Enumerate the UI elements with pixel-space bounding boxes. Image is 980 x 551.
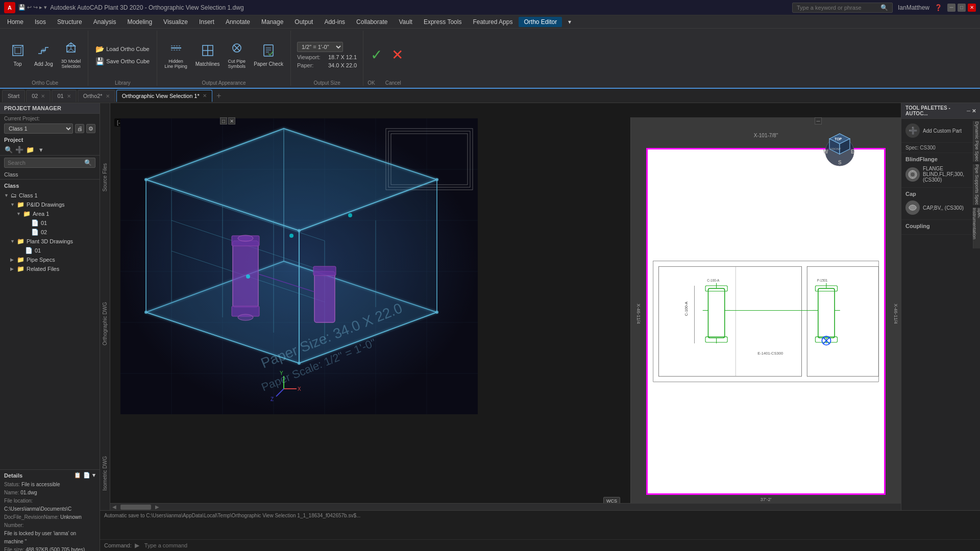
menu-featured-apps[interactable]: Featured Apps [468, 17, 518, 27]
add-jog-button[interactable]: + Add Jog [31, 41, 56, 69]
project-search-input[interactable] [8, 160, 84, 166]
close-button[interactable]: ✕ [968, 4, 976, 12]
add-custom-part-item[interactable]: ➕ Add Custom Part [905, 122, 976, 139]
scroll-left-arrow[interactable]: ◀ [110, 504, 118, 510]
cap-item[interactable]: CAP,BV,, (CS300) [905, 199, 976, 216]
add-button[interactable]: ➕ [15, 145, 24, 154]
maximize-button[interactable]: □ [958, 4, 966, 12]
svg-point-60 [144, 178, 148, 181]
matchlines-button[interactable]: Matchlines [192, 41, 223, 69]
source-files-tab[interactable]: Source Files [101, 161, 109, 194]
settings-button[interactable]: ⚙ [86, 124, 95, 133]
horizontal-scrollbar[interactable]: ◀ ▶ [110, 503, 901, 510]
hidden-line-piping-button[interactable]: HiddenLine Piping [161, 39, 190, 71]
command-input-prefix: ▶ [135, 542, 139, 549]
svg-rect-56 [313, 266, 336, 276]
details-icon2[interactable]: 📄 [83, 472, 90, 479]
ok-button[interactable]: ✓ [368, 45, 385, 64]
viewport-area[interactable]: [-][Custom View][Shaded] [110, 103, 901, 551]
palette-cap[interactable]: Cap CAP,BV,, (CS300) [901, 188, 980, 220]
folder-button[interactable]: 📁 [26, 145, 35, 154]
hidden-line-label: HiddenLine Piping [164, 59, 187, 69]
cancel-button[interactable]: ✕ [388, 45, 406, 64]
tab-ortho-view-selection[interactable]: Orthographic View Selection 1* ✕ [116, 90, 212, 102]
left-panel: PROJECT MANAGER Current Project: Class 1… [0, 103, 100, 551]
scroll-right-arrow[interactable]: ▶ [153, 504, 161, 510]
top-button[interactable]: Top [6, 41, 29, 69]
menu-annotate[interactable]: Annotate [220, 17, 255, 27]
tree-pid[interactable]: ▼ 📁 P&ID Drawings [2, 200, 97, 209]
palette-blind-flange[interactable]: BlindFlange FLANGE BLIND,FL,RF,300,(CS30… [901, 153, 980, 188]
minimize-button[interactable]: ─ [947, 4, 955, 12]
tree-area1[interactable]: ▼ 📁 Area 1 [2, 209, 97, 218]
viewport-close-button[interactable]: ✕ [228, 117, 235, 124]
menu-collaborate[interactable]: Collaborate [351, 17, 393, 27]
menu-more[interactable]: ▾ [563, 17, 576, 27]
tree-area1-02[interactable]: 📄 02 [2, 228, 97, 237]
pipe-supports-spec-tab[interactable]: Pipe Supports Spec [973, 164, 980, 205]
menu-structure[interactable]: Structure [52, 17, 87, 27]
isometric-dwg-tab[interactable]: Isometric DWG [101, 454, 109, 493]
menu-home[interactable]: Home [2, 17, 29, 27]
dynamic-pipe-spec-tab[interactable]: Dynamic Pipe Spec [973, 121, 980, 162]
tab-ortho2-close[interactable]: ✕ [106, 93, 110, 99]
menu-output[interactable]: Output [289, 17, 318, 27]
project-dropdown[interactable]: Class 1 [4, 123, 73, 134]
instrumentation-spec-tab[interactable]: Instrumentation Spec [973, 208, 980, 248]
save-ortho-cube-button[interactable]: 💾 Save Ortho Cube [92, 56, 153, 67]
tree-class1[interactable]: ▼ 🗂 Class 1 [2, 191, 97, 200]
menu-insert[interactable]: Insert [194, 17, 219, 27]
new-tab-button[interactable]: + [213, 90, 225, 102]
menu-vault[interactable]: Vault [394, 17, 417, 27]
palette-coupling[interactable]: Coupling [901, 220, 980, 235]
svg-point-64 [298, 362, 301, 365]
load-ortho-cube-button[interactable]: 📂 Load Ortho Cube [92, 43, 153, 55]
3d-model-selection-button[interactable]: 3D ModelSelection [58, 39, 84, 71]
menu-express-tools[interactable]: Express Tools [419, 17, 467, 27]
menu-ortho-editor[interactable]: Ortho Editor [519, 17, 562, 27]
menu-manage[interactable]: Manage [256, 17, 288, 27]
paper-check-button[interactable]: Paper Check [251, 41, 286, 69]
tool-palettes-minimize[interactable]: ─ [967, 108, 970, 114]
cut-pipe-symbols-button[interactable]: Cut PipeSymbols [225, 39, 249, 71]
tree-area1-01[interactable]: 📄 01 [2, 218, 97, 228]
tab-01-close[interactable]: ✕ [67, 93, 71, 99]
svg-text:FRONT: FRONT [830, 147, 841, 151]
help-icon[interactable]: ❓ [935, 4, 942, 11]
tab-start[interactable]: Start [2, 90, 25, 102]
command-input-row: Command: ▶ [100, 539, 980, 551]
tab-02[interactable]: 02 ✕ [26, 90, 51, 102]
tree-plant3d[interactable]: ▼ 📁 Plant 3D Drawings [2, 237, 97, 246]
paper-dimension-top: X-101-7/8" [754, 133, 778, 138]
tree-plant3d-01[interactable]: 📄 01 [2, 246, 97, 255]
tab-ortho-view-close[interactable]: ✕ [203, 93, 207, 98]
orthographic-dwg-tab[interactable]: Orthographic DWG [101, 300, 109, 347]
tab-ortho2[interactable]: Ortho2* ✕ [78, 90, 115, 102]
scale-select[interactable]: 1/2" = 1'-0" 1/4" = 1'-0" 1" = 1'-0" [297, 42, 343, 52]
menu-isos[interactable]: Isos [30, 17, 51, 27]
tool-palettes-close[interactable]: ✕ [972, 108, 976, 114]
tool-palettes-panel: TOOL PALETTES - AUTOC... ─ ✕ Dynamic Pip… [901, 103, 980, 551]
tree-pipe-specs[interactable]: ▶ 📁 Pipe Specs [2, 255, 97, 264]
details-icon3[interactable]: ▾ [92, 472, 95, 479]
viewport-maximize-button[interactable]: □ [220, 117, 227, 124]
flange-blind-item[interactable]: FLANGE BLIND,FL,RF,300,(CS300) [905, 164, 976, 184]
scroll-thumb-horizontal[interactable] [120, 505, 151, 510]
tab-02-close[interactable]: ✕ [41, 93, 45, 99]
print-button[interactable]: 🖨 [75, 124, 84, 133]
search-input[interactable] [797, 5, 878, 11]
details-icon1[interactable]: 📋 [74, 472, 81, 479]
more-button[interactable]: ▾ [36, 145, 45, 154]
svg-rect-20 [264, 45, 273, 56]
tree-related-files[interactable]: ▶ 📁 Related Files [2, 264, 97, 273]
palette-spec-cs300[interactable]: ➕ Add Custom Part [901, 119, 980, 143]
refresh-button[interactable]: 🔍 [4, 145, 13, 154]
menu-addins[interactable]: Add-ins [319, 17, 350, 27]
quick-access-toolbar[interactable]: 💾 ↩ ↪ ▸ ▾ [18, 4, 47, 11]
menu-visualize[interactable]: Visualize [158, 17, 193, 27]
menu-modeling[interactable]: Modeling [122, 17, 157, 27]
command-input[interactable] [144, 542, 976, 548]
ortho-cube[interactable]: W E N S TOP FRONT [819, 123, 860, 164]
tab-01[interactable]: 01 ✕ [52, 90, 76, 102]
menu-analysis[interactable]: Analysis [88, 17, 121, 27]
